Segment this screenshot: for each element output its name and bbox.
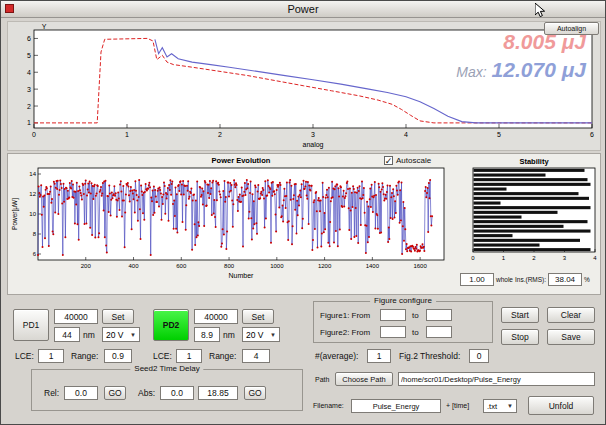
pd2-wavelength-field[interactable] bbox=[194, 327, 220, 342]
svg-text:2: 2 bbox=[27, 103, 31, 110]
middle-panel: Power Evolution6810121420040060080010001… bbox=[7, 153, 601, 295]
svg-text:analog: analog bbox=[302, 141, 323, 149]
svg-text:1000: 1000 bbox=[270, 263, 284, 269]
whole-label: whole bbox=[496, 276, 513, 283]
figure1-to-field[interactable] bbox=[426, 309, 452, 321]
pd1-voltage-dropdown[interactable]: 20 V ▼ bbox=[102, 327, 140, 342]
rel-delay-field[interactable] bbox=[64, 386, 98, 400]
range1-field[interactable] bbox=[104, 349, 132, 363]
svg-text:3: 3 bbox=[311, 131, 315, 138]
time-suffix-label: + [time] bbox=[446, 402, 469, 409]
svg-text:0: 0 bbox=[32, 131, 36, 138]
window-icon bbox=[5, 4, 14, 13]
pd2-set-button[interactable]: Set bbox=[242, 309, 274, 324]
fig2-threshold-label: Fig.2 Threshold: bbox=[399, 351, 460, 361]
svg-text:Power[μW]: Power[μW] bbox=[11, 198, 19, 230]
pd2-nm-label: nm bbox=[223, 330, 235, 340]
pd1-button[interactable]: PD1 bbox=[13, 309, 49, 341]
path-label: Path bbox=[315, 376, 329, 383]
whole-value-field[interactable] bbox=[460, 273, 494, 286]
fig2-threshold-field[interactable] bbox=[469, 349, 489, 363]
range1-label: Range: bbox=[71, 351, 98, 361]
stop-button[interactable]: Stop bbox=[501, 329, 539, 345]
filename-label: Filename: bbox=[313, 402, 344, 409]
unfold-button[interactable]: Unfold bbox=[528, 396, 594, 415]
pd1-nm-label: nm bbox=[83, 330, 95, 340]
svg-text:3: 3 bbox=[27, 86, 31, 93]
top-plot-panel: 1234560123456analogY 8.005 μJ Max: 12.07… bbox=[7, 21, 601, 151]
pd2-gain-field[interactable] bbox=[194, 309, 238, 324]
lce1-label: LCE: bbox=[15, 351, 34, 361]
lce1-field[interactable] bbox=[38, 349, 64, 363]
extension-value: .txt bbox=[487, 402, 497, 411]
autoscale-label: Autoscale bbox=[396, 156, 431, 165]
lce2-field[interactable] bbox=[176, 349, 202, 363]
save-button[interactable]: Save bbox=[547, 329, 595, 345]
path-field[interactable] bbox=[398, 372, 595, 386]
chevron-down-icon: ▼ bbox=[270, 332, 276, 338]
abs-label: Abs: bbox=[138, 388, 155, 398]
mouse-cursor-icon bbox=[535, 3, 547, 19]
svg-text:4: 4 bbox=[404, 131, 408, 138]
choose-path-button[interactable]: Choose Path bbox=[335, 372, 393, 386]
pd2-voltage-dropdown[interactable]: 20 V ▼ bbox=[242, 327, 280, 342]
svg-text:12: 12 bbox=[29, 191, 36, 197]
figure1-from-field[interactable] bbox=[380, 309, 406, 321]
svg-text:10: 10 bbox=[29, 211, 36, 217]
titlebar[interactable]: Power bbox=[1, 1, 605, 18]
svg-text:1400: 1400 bbox=[366, 263, 380, 269]
svg-text:800: 800 bbox=[224, 263, 235, 269]
svg-text:0: 0 bbox=[471, 255, 475, 261]
pd2-button[interactable]: PD2 bbox=[153, 309, 189, 341]
figure1-from-label: Figure1: From bbox=[320, 311, 370, 320]
svg-text:4: 4 bbox=[27, 69, 31, 76]
pd1-gain-field[interactable] bbox=[54, 309, 98, 324]
svg-text:600: 600 bbox=[176, 263, 187, 269]
abs-position-field[interactable] bbox=[198, 386, 238, 400]
stability-plot: Stability01234 bbox=[459, 156, 601, 270]
abs-go-button[interactable]: GO bbox=[244, 386, 266, 400]
autoscale-checkbox[interactable]: Autoscale bbox=[384, 156, 431, 165]
rms-value-field[interactable] bbox=[548, 273, 582, 286]
svg-text:3: 3 bbox=[563, 255, 567, 261]
percent-label: % bbox=[584, 276, 590, 283]
svg-text:2: 2 bbox=[532, 255, 536, 261]
figure2-from-label: Figure2: From bbox=[320, 328, 370, 337]
stability-chart: Stability01234 bbox=[459, 156, 601, 270]
pd1-voltage-value: 20 V bbox=[106, 330, 124, 340]
svg-text:6: 6 bbox=[590, 131, 594, 138]
svg-text:Stability: Stability bbox=[519, 157, 549, 166]
pd2-voltage-value: 20 V bbox=[246, 330, 264, 340]
figure2-from-field[interactable] bbox=[380, 326, 406, 338]
svg-text:1600: 1600 bbox=[413, 263, 427, 269]
svg-text:8: 8 bbox=[33, 231, 37, 237]
figure-configure-title: Figure configure bbox=[370, 296, 436, 305]
svg-text:Number: Number bbox=[229, 272, 255, 279]
svg-text:4: 4 bbox=[593, 255, 597, 261]
power-evolution-chart: Power Evolution6810121420040060080010001… bbox=[8, 154, 456, 292]
figure2-to-field[interactable] bbox=[426, 326, 452, 338]
figure1-to-label: to bbox=[412, 311, 419, 320]
svg-text:5: 5 bbox=[497, 131, 501, 138]
pd1-set-button[interactable]: Set bbox=[102, 309, 134, 324]
abs-delay-field[interactable] bbox=[160, 386, 194, 400]
svg-text:6: 6 bbox=[33, 251, 37, 257]
power-window: Power 1234560123456analogY 8.005 μJ Max:… bbox=[0, 0, 606, 425]
filename-field[interactable] bbox=[351, 399, 441, 413]
svg-text:6: 6 bbox=[27, 35, 31, 42]
lce2-label: LCE: bbox=[153, 351, 172, 361]
window-title: Power bbox=[287, 3, 318, 15]
svg-text:Power Evolution: Power Evolution bbox=[212, 156, 271, 165]
extension-dropdown[interactable]: .txt ▼ bbox=[483, 399, 517, 413]
svg-text:200: 200 bbox=[81, 263, 92, 269]
rms-label: Ins.(RMS): bbox=[515, 276, 546, 283]
start-button[interactable]: Start bbox=[501, 307, 539, 323]
rel-go-button[interactable]: GO bbox=[104, 386, 126, 400]
autoalign-button[interactable]: Autoalign bbox=[544, 22, 599, 35]
rel-label: Rel: bbox=[44, 388, 59, 398]
clear-button[interactable]: Clear bbox=[547, 307, 595, 323]
range2-field[interactable] bbox=[242, 349, 270, 363]
svg-text:5: 5 bbox=[27, 52, 31, 59]
pd1-wavelength-field[interactable] bbox=[54, 327, 80, 342]
average-field[interactable] bbox=[367, 349, 391, 363]
